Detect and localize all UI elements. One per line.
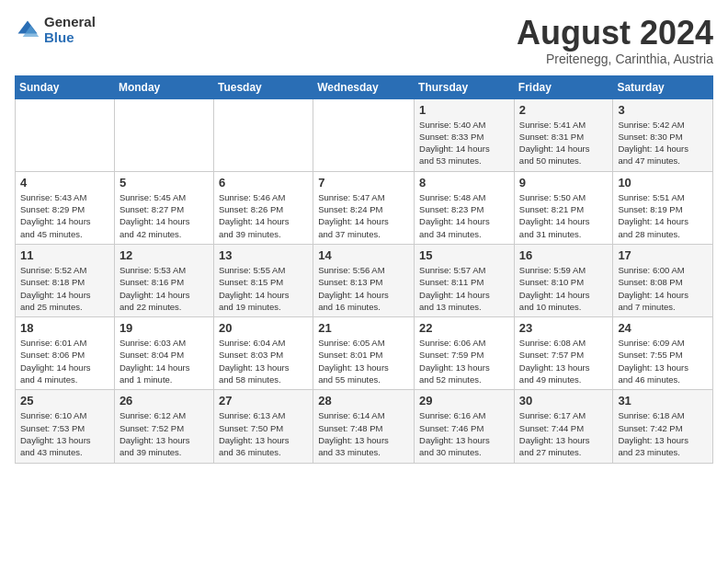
day-number: 13 <box>219 248 308 262</box>
calendar-cell: 21Sunrise: 6:05 AM Sunset: 8:01 PM Dayli… <box>313 317 415 390</box>
logo-general-text: General <box>44 15 96 30</box>
day-number: 28 <box>318 394 409 408</box>
calendar-cell: 28Sunrise: 6:14 AM Sunset: 7:48 PM Dayli… <box>313 390 415 463</box>
calendar-cell: 4Sunrise: 5:43 AM Sunset: 8:29 PM Daylig… <box>16 171 115 244</box>
day-number: 23 <box>519 321 609 335</box>
calendar-cell <box>16 98 115 171</box>
calendar-cell <box>114 98 213 171</box>
calendar-week-2: 4Sunrise: 5:43 AM Sunset: 8:29 PM Daylig… <box>16 171 713 244</box>
day-info: Sunrise: 6:00 AM Sunset: 8:08 PM Dayligh… <box>618 264 708 313</box>
day-info: Sunrise: 5:51 AM Sunset: 8:19 PM Dayligh… <box>618 191 708 240</box>
calendar-cell: 16Sunrise: 5:59 AM Sunset: 8:10 PM Dayli… <box>514 244 613 316</box>
day-number: 16 <box>519 248 609 262</box>
calendar-cell: 31Sunrise: 6:18 AM Sunset: 7:42 PM Dayli… <box>613 390 713 463</box>
day-info: Sunrise: 6:03 AM Sunset: 8:04 PM Dayligh… <box>119 337 209 385</box>
day-info: Sunrise: 5:56 AM Sunset: 8:13 PM Dayligh… <box>318 264 409 313</box>
day-number: 22 <box>419 321 509 335</box>
logo-icon <box>15 17 40 43</box>
calendar-cell: 5Sunrise: 5:45 AM Sunset: 8:27 PM Daylig… <box>114 171 213 244</box>
day-number: 4 <box>20 176 109 190</box>
day-number: 3 <box>618 103 708 117</box>
day-number: 14 <box>318 248 409 262</box>
calendar-cell: 7Sunrise: 5:47 AM Sunset: 8:24 PM Daylig… <box>313 171 415 244</box>
logo-blue-text: Blue <box>44 30 96 46</box>
calendar-cell: 19Sunrise: 6:03 AM Sunset: 8:04 PM Dayli… <box>114 317 213 390</box>
calendar-cell: 12Sunrise: 5:53 AM Sunset: 8:16 PM Dayli… <box>114 244 213 316</box>
day-number: 2 <box>519 103 609 117</box>
day-number: 30 <box>519 394 609 408</box>
calendar-cell: 20Sunrise: 6:04 AM Sunset: 8:03 PM Dayli… <box>213 317 313 390</box>
month-year-title: August 2024 <box>517 15 713 52</box>
day-number: 25 <box>20 394 109 408</box>
day-header-tuesday: Tuesday <box>213 75 313 98</box>
day-info: Sunrise: 5:52 AM Sunset: 8:18 PM Dayligh… <box>20 264 109 313</box>
day-info: Sunrise: 5:45 AM Sunset: 8:27 PM Dayligh… <box>119 191 209 240</box>
day-info: Sunrise: 5:42 AM Sunset: 8:30 PM Dayligh… <box>618 119 708 167</box>
day-info: Sunrise: 5:40 AM Sunset: 8:33 PM Dayligh… <box>419 119 509 167</box>
calendar-cell: 17Sunrise: 6:00 AM Sunset: 8:08 PM Dayli… <box>613 244 713 316</box>
day-number: 19 <box>119 321 209 335</box>
calendar-cell: 15Sunrise: 5:57 AM Sunset: 8:11 PM Dayli… <box>415 244 515 316</box>
calendar-cell <box>213 98 313 171</box>
calendar-cell: 25Sunrise: 6:10 AM Sunset: 7:53 PM Dayli… <box>16 390 115 463</box>
calendar-header-row: SundayMondayTuesdayWednesdayThursdayFrid… <box>16 75 713 98</box>
title-block: August 2024 Preitenegg, Carinthia, Austr… <box>517 15 713 66</box>
day-header-wednesday: Wednesday <box>313 75 415 98</box>
day-info: Sunrise: 6:01 AM Sunset: 8:06 PM Dayligh… <box>20 337 109 385</box>
day-header-friday: Friday <box>514 75 613 98</box>
day-number: 6 <box>219 176 308 190</box>
day-number: 24 <box>618 321 708 335</box>
day-number: 8 <box>419 176 509 190</box>
day-number: 11 <box>20 248 109 262</box>
day-number: 12 <box>119 248 209 262</box>
calendar-cell: 10Sunrise: 5:51 AM Sunset: 8:19 PM Dayli… <box>613 171 713 244</box>
calendar-cell: 18Sunrise: 6:01 AM Sunset: 8:06 PM Dayli… <box>16 317 115 390</box>
day-info: Sunrise: 5:41 AM Sunset: 8:31 PM Dayligh… <box>519 119 609 167</box>
day-number: 26 <box>119 394 209 408</box>
calendar-cell: 24Sunrise: 6:09 AM Sunset: 7:55 PM Dayli… <box>613 317 713 390</box>
calendar-week-1: 1Sunrise: 5:40 AM Sunset: 8:33 PM Daylig… <box>16 98 713 171</box>
calendar-cell: 8Sunrise: 5:48 AM Sunset: 8:23 PM Daylig… <box>415 171 515 244</box>
calendar-week-3: 11Sunrise: 5:52 AM Sunset: 8:18 PM Dayli… <box>16 244 713 316</box>
day-info: Sunrise: 5:43 AM Sunset: 8:29 PM Dayligh… <box>20 191 109 240</box>
calendar-cell: 22Sunrise: 6:06 AM Sunset: 7:59 PM Dayli… <box>415 317 515 390</box>
calendar-cell: 1Sunrise: 5:40 AM Sunset: 8:33 PM Daylig… <box>415 98 515 171</box>
day-info: Sunrise: 5:47 AM Sunset: 8:24 PM Dayligh… <box>318 191 409 240</box>
day-info: Sunrise: 5:50 AM Sunset: 8:21 PM Dayligh… <box>519 191 609 240</box>
calendar-cell: 23Sunrise: 6:08 AM Sunset: 7:57 PM Dayli… <box>514 317 613 390</box>
calendar-cell: 26Sunrise: 6:12 AM Sunset: 7:52 PM Dayli… <box>114 390 213 463</box>
calendar-cell: 6Sunrise: 5:46 AM Sunset: 8:26 PM Daylig… <box>213 171 313 244</box>
calendar-cell: 14Sunrise: 5:56 AM Sunset: 8:13 PM Dayli… <box>313 244 415 316</box>
day-info: Sunrise: 5:55 AM Sunset: 8:15 PM Dayligh… <box>219 264 308 313</box>
day-info: Sunrise: 5:46 AM Sunset: 8:26 PM Dayligh… <box>219 191 308 240</box>
calendar-cell: 3Sunrise: 5:42 AM Sunset: 8:30 PM Daylig… <box>613 98 713 171</box>
calendar-cell: 30Sunrise: 6:17 AM Sunset: 7:44 PM Dayli… <box>514 390 613 463</box>
calendar-table: SundayMondayTuesdayWednesdayThursdayFrid… <box>15 75 713 464</box>
day-number: 27 <box>219 394 308 408</box>
day-info: Sunrise: 6:13 AM Sunset: 7:50 PM Dayligh… <box>219 409 308 458</box>
day-number: 10 <box>618 176 708 190</box>
logo: General Blue <box>15 15 96 45</box>
day-number: 7 <box>318 176 409 190</box>
day-number: 29 <box>419 394 509 408</box>
calendar-cell: 29Sunrise: 6:16 AM Sunset: 7:46 PM Dayli… <box>415 390 515 463</box>
calendar-cell: 9Sunrise: 5:50 AM Sunset: 8:21 PM Daylig… <box>514 171 613 244</box>
day-info: Sunrise: 6:04 AM Sunset: 8:03 PM Dayligh… <box>219 337 308 385</box>
day-info: Sunrise: 6:18 AM Sunset: 7:42 PM Dayligh… <box>618 409 708 458</box>
day-number: 15 <box>419 248 509 262</box>
day-info: Sunrise: 5:59 AM Sunset: 8:10 PM Dayligh… <box>519 264 609 313</box>
day-info: Sunrise: 6:05 AM Sunset: 8:01 PM Dayligh… <box>318 337 409 385</box>
day-info: Sunrise: 5:57 AM Sunset: 8:11 PM Dayligh… <box>419 264 509 313</box>
page-header: General Blue August 2024 Preitenegg, Car… <box>15 15 713 66</box>
day-number: 1 <box>419 103 509 117</box>
day-number: 9 <box>519 176 609 190</box>
calendar-cell: 11Sunrise: 5:52 AM Sunset: 8:18 PM Dayli… <box>16 244 115 316</box>
calendar-cell <box>313 98 415 171</box>
day-info: Sunrise: 5:48 AM Sunset: 8:23 PM Dayligh… <box>419 191 509 240</box>
calendar-cell: 13Sunrise: 5:55 AM Sunset: 8:15 PM Dayli… <box>213 244 313 316</box>
day-header-saturday: Saturday <box>613 75 713 98</box>
day-info: Sunrise: 6:10 AM Sunset: 7:53 PM Dayligh… <box>20 409 109 458</box>
day-number: 17 <box>618 248 708 262</box>
day-number: 21 <box>318 321 409 335</box>
day-info: Sunrise: 5:53 AM Sunset: 8:16 PM Dayligh… <box>119 264 209 313</box>
